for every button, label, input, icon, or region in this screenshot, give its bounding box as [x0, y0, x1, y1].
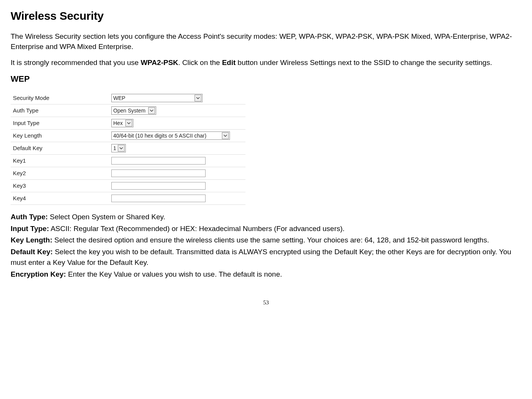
def-encryption-key-text: Enter the Key Value or values you wish t… [66, 270, 282, 278]
input-key4[interactable] [111, 195, 206, 202]
label-key2: Key2 [11, 167, 109, 180]
row-input-type: Input Type Hex [11, 117, 245, 130]
intro2-pre: It is strongly recommended that you use [11, 59, 141, 66]
intro2-mid: . Click on the [178, 59, 222, 66]
row-security-mode: Security Mode WEP [11, 92, 245, 104]
wep-config-table: Security Mode WEP Auth Type Open System … [11, 92, 245, 205]
label-key1: Key1 [11, 155, 109, 167]
select-auth-type-value: Open System [113, 107, 146, 114]
def-key-length-text: Select the desired option and ensure the… [52, 236, 489, 244]
def-default-key-text: Select the key you wish to be default. T… [11, 248, 511, 267]
label-input-type: Input Type [11, 117, 109, 130]
row-auth-type: Auth Type Open System [11, 104, 245, 117]
def-input-type: Input Type: ASCII: Regular Text (Recomme… [11, 223, 521, 234]
def-default-key-term: Default Key: [11, 248, 53, 256]
input-key3[interactable] [111, 182, 206, 190]
select-default-key-value: 1 [113, 145, 116, 152]
page-title: Wireless Security [11, 8, 521, 24]
input-key1[interactable] [111, 157, 206, 165]
row-default-key: Default Key 1 [11, 142, 245, 155]
label-auth-type: Auth Type [11, 104, 109, 117]
row-key-length: Key Length 40/64-bit (10 hex digits or 5… [11, 130, 245, 142]
chevron-down-icon [125, 120, 132, 127]
intro2-bold-edit: Edit [222, 59, 236, 66]
label-key-length: Key Length [11, 130, 109, 142]
def-encryption-key-term: Encryption Key: [11, 270, 66, 278]
select-key-length[interactable]: 40/64-bit (10 hex digits or 5 ASCII char… [111, 131, 230, 140]
def-key-length-term: Key Length: [11, 236, 52, 244]
def-input-type-term: Input Type: [11, 225, 49, 233]
def-auth-type-term: Auth Type: [11, 213, 48, 221]
select-security-mode-value: WEP [113, 95, 125, 101]
select-security-mode[interactable]: WEP [111, 94, 203, 102]
intro-paragraph-2: It is strongly recommended that you use … [11, 57, 521, 68]
label-security-mode: Security Mode [11, 92, 109, 104]
page-number: 53 [11, 299, 521, 307]
select-input-type-value: Hex [113, 120, 123, 127]
def-input-type-text: ASCII: Regular Text (Recommended) or HEX… [49, 225, 345, 233]
chevron-down-icon [148, 107, 155, 114]
intro2-post: button under Wireless Settings next to t… [236, 59, 492, 66]
def-encryption-key: Encryption Key: Enter the Key Value or v… [11, 269, 521, 280]
intro-paragraph-1: The Wireless Security section lets you c… [11, 31, 521, 52]
def-default-key: Default Key: Select the key you wish to … [11, 247, 521, 268]
row-key4: Key4 [11, 192, 245, 205]
row-key2: Key2 [11, 167, 245, 180]
intro2-bold-wpa2psk: WPA2-PSK [141, 59, 178, 66]
label-key4: Key4 [11, 192, 109, 205]
chevron-down-icon [222, 132, 229, 139]
label-key3: Key3 [11, 180, 109, 192]
def-auth-type-text: Select Open System or Shared Key. [48, 213, 165, 221]
definitions-block: Auth Type: Select Open System or Shared … [11, 212, 521, 280]
select-auth-type[interactable]: Open System [111, 106, 156, 115]
def-auth-type: Auth Type: Select Open System or Shared … [11, 212, 521, 223]
wep-heading: WEP [11, 73, 521, 85]
def-key-length: Key Length: Select the desired option an… [11, 235, 521, 246]
select-input-type[interactable]: Hex [111, 119, 133, 127]
select-key-length-value: 40/64-bit (10 hex digits or 5 ASCII char… [113, 132, 206, 139]
row-key3: Key3 [11, 180, 245, 192]
chevron-down-icon [118, 145, 125, 152]
select-default-key[interactable]: 1 [111, 144, 126, 152]
row-key1: Key1 [11, 155, 245, 167]
label-default-key: Default Key [11, 142, 109, 155]
input-key2[interactable] [111, 169, 206, 177]
chevron-down-icon [195, 95, 201, 101]
